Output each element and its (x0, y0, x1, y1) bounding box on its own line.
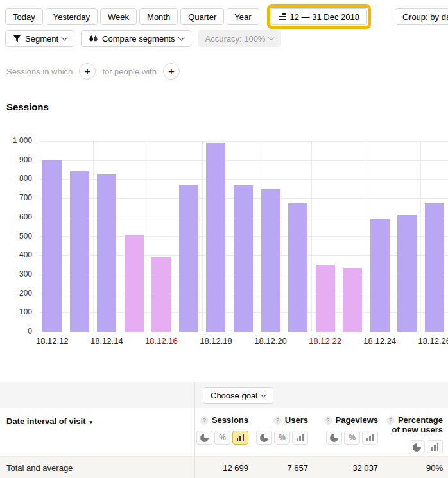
period-buttons: Today Yesterday Week Month Quarter Year (5, 8, 259, 25)
x-tick-label: 18.12.20 (254, 336, 287, 346)
chart-bar-18.12.18[interactable] (206, 143, 225, 332)
metric-toggle-pie-users[interactable] (256, 431, 272, 445)
chart-bar-18.12.13[interactable] (70, 171, 89, 332)
chart-bar-slot (39, 141, 66, 332)
total-value-sessions: 12 699 (195, 457, 254, 478)
chart-bar-18.12.23[interactable] (343, 268, 362, 332)
period-button-quarter[interactable]: Quarter (180, 8, 224, 25)
chart-bar-18.12.12[interactable] (42, 160, 62, 332)
segment-dropdown[interactable]: Segment (5, 30, 74, 47)
y-tick-label: 200 (0, 289, 32, 298)
chart-bar-18.12.14[interactable] (97, 174, 116, 332)
y-tick-label: 700 (0, 193, 32, 202)
metric-toggle-percent-pageviews[interactable]: % (344, 431, 360, 445)
x-axis: 18.12.1218.12.1418.12.1618.12.1818.12.20… (39, 336, 448, 346)
total-row: Total and average 12 6997 65732 03790% (0, 456, 448, 478)
y-tick-label: 600 (0, 212, 32, 221)
chart-bar-slot (121, 141, 148, 332)
choose-goal-label: Choose goal (211, 391, 257, 400)
choose-goal-dropdown[interactable]: Choose goal (203, 387, 273, 404)
chart-bar-slot (420, 141, 448, 332)
add-session-filter-button[interactable]: + (79, 63, 96, 80)
metric-view-toggles: % (254, 431, 308, 445)
metric-toggle-pie-sessions[interactable] (196, 431, 212, 445)
metrics-header-grid: ?Sessions%?Users%?Pageviews%?Percentageo… (195, 408, 448, 454)
metric-toggle-pie-pageviews[interactable] (326, 431, 342, 445)
filter-builder-row: Sessions in which + for people with + (6, 63, 180, 80)
x-tick-label: 18.12.18 (200, 336, 232, 346)
chart-bar-18.12.19[interactable] (234, 185, 253, 332)
period-button-year[interactable]: Year (227, 8, 259, 25)
period-toolbar: Today Yesterday Week Month Quarter Year … (5, 4, 448, 29)
chart-bar-18.12.21[interactable] (288, 203, 307, 332)
chart-bar-18.12.24[interactable] (370, 219, 390, 332)
chevron-down-icon (261, 391, 267, 397)
chart-bar-slot (366, 141, 393, 332)
total-value-pageviews: 32 037 (313, 457, 383, 478)
pie-chart-icon (413, 443, 421, 452)
x-tick-label: 18.12.22 (309, 336, 341, 346)
chart-bar-18.12.20[interactable] (261, 189, 280, 332)
bar-chart-icon (297, 434, 304, 441)
period-button-yesterday[interactable]: Yesterday (46, 8, 98, 25)
accuracy-dropdown[interactable]: Accuracy: 100% (198, 30, 282, 47)
chart-bar-slot (202, 141, 230, 332)
chart-bar-18.12.26[interactable] (425, 203, 444, 332)
dimension-header-label: Date interval of visit (6, 416, 86, 426)
chart-bar-18.12.15[interactable] (125, 235, 144, 332)
metric-label: Sessions (212, 415, 248, 425)
y-tick-label: 800 (0, 174, 32, 183)
help-icon[interactable]: ? (273, 416, 282, 425)
metric-toggle-bars-pageviews[interactable] (362, 431, 378, 445)
metric-toggle-bars-sessions[interactable] (232, 431, 248, 445)
chart-bar-18.12.16[interactable] (151, 257, 171, 332)
metric-view-toggles (383, 440, 443, 454)
chart-bar-18.12.17[interactable] (179, 185, 198, 332)
help-icon[interactable]: ? (324, 416, 332, 425)
chart-bar-18.12.22[interactable] (316, 265, 335, 332)
period-button-week[interactable]: Week (100, 8, 137, 25)
period-button-today[interactable]: Today (5, 8, 43, 25)
metric-toggle-percent-sessions[interactable]: % (214, 431, 230, 445)
chevron-down-icon (178, 34, 184, 40)
date-range-button[interactable]: 12 — 31 Dec 2018 (271, 8, 367, 25)
total-value-new-users: 90% (383, 457, 448, 478)
date-range-label: 12 — 31 Dec 2018 (290, 12, 359, 22)
segment-label: Segment (25, 34, 58, 44)
calendar-icon (279, 13, 286, 21)
chart-bar-slot (93, 141, 121, 332)
chart-bar-slot (230, 141, 257, 332)
y-tick-label: 900 (0, 155, 32, 164)
percent-icon: % (349, 433, 356, 442)
pie-chart-icon (200, 434, 209, 442)
filter-funnel-icon (13, 35, 21, 42)
y-tick-label: 1 000 (0, 136, 32, 145)
metric-toggle-bars-new-users[interactable] (427, 440, 443, 454)
period-button-month[interactable]: Month (139, 8, 178, 25)
help-icon[interactable]: ? (200, 416, 209, 425)
chart-bar-18.12.25[interactable] (397, 215, 417, 332)
dimension-header[interactable]: Date interval of visit▾ (0, 408, 194, 456)
table-header-row: Date interval of visit▾ ?Sessions%?Users… (0, 408, 448, 456)
help-icon[interactable]: ? (386, 416, 395, 425)
metric-toggle-pie-new-users[interactable] (409, 440, 425, 454)
chart-bar-slot (148, 141, 175, 332)
metric-header-users: ?Users% (254, 408, 313, 454)
group-by-dropdown[interactable]: Group: by day (395, 8, 448, 25)
add-people-filter-button[interactable]: + (163, 63, 180, 80)
accuracy-label: Accuracy: 100% (205, 34, 266, 44)
metric-view-toggles: % (313, 431, 378, 445)
chart-bar-slot (339, 141, 366, 332)
metric-label: Percentage (398, 415, 443, 425)
y-tick-label: 300 (0, 269, 32, 278)
chart-bar-slot (257, 141, 284, 332)
metrics-table: Choose goal Date interval of visit▾ ?Ses… (0, 382, 448, 478)
metric-toggle-bars-users[interactable] (292, 431, 308, 445)
metric-toggle-percent-users[interactable]: % (274, 431, 290, 445)
compare-segments-dropdown[interactable]: Compare segments (81, 30, 191, 47)
y-tick-label: 500 (0, 232, 32, 241)
x-tick-label: 18.12.14 (90, 336, 123, 346)
x-tick-label: 18.12.24 (363, 336, 396, 346)
x-tick-label: 18.12.26 (418, 336, 448, 346)
metric-view-toggles: % (195, 431, 248, 445)
